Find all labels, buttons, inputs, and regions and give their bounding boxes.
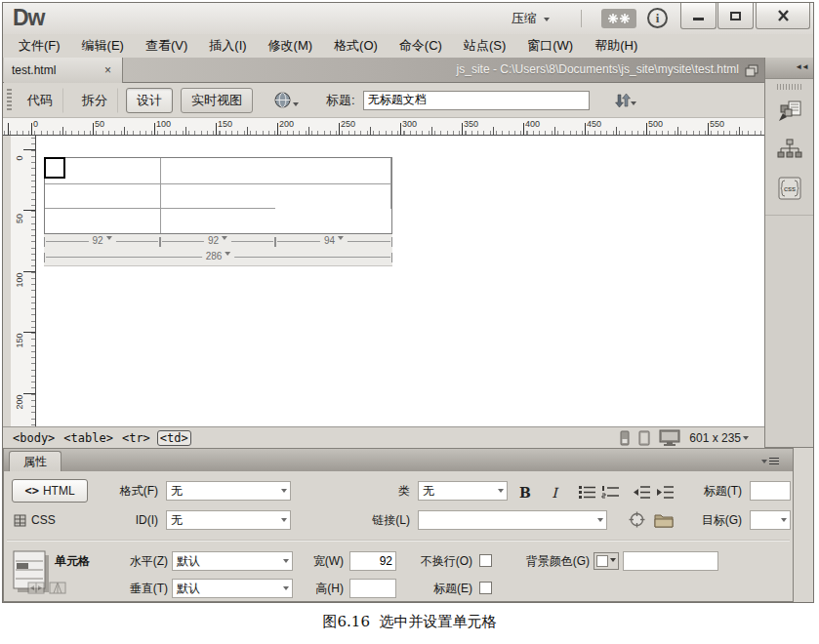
nowrap-checkbox[interactable]: [479, 554, 492, 567]
live-view-button[interactable]: 实时视图: [181, 88, 253, 113]
table-width-menu[interactable]: 286: [44, 250, 392, 265]
dock-grip[interactable]: [777, 84, 802, 90]
cs-live-icon[interactable]: [601, 9, 636, 28]
menu-format[interactable]: 格式(O): [330, 35, 382, 57]
split-view-button[interactable]: 拆分: [71, 88, 118, 113]
tag-td-selected[interactable]: <td>: [157, 430, 191, 446]
preview-globe-button[interactable]: [274, 92, 299, 109]
table-cell[interactable]: [45, 184, 161, 209]
menu-view[interactable]: 查看(V): [142, 35, 191, 57]
vertical-select[interactable]: 默认: [172, 579, 293, 598]
menu-commands[interactable]: 命令(C): [395, 35, 446, 57]
code-view-button[interactable]: 代码: [17, 88, 63, 113]
horizontal-ruler: 0 50 100 150 200 250 300 350 400 450 500…: [3, 118, 764, 136]
menu-site[interactable]: 站点(S): [460, 35, 510, 57]
workspace-switcher[interactable]: 压缩: [512, 10, 550, 27]
toolbar-grip[interactable]: [7, 89, 12, 112]
viewport-size-selector[interactable]: 601 x 235: [689, 431, 749, 445]
phone-size-icon[interactable]: [620, 430, 630, 446]
hruler-tick-label: 250: [341, 119, 355, 129]
ordered-list-icon[interactable]: [601, 484, 621, 501]
panel-menu-button[interactable]: [761, 456, 779, 466]
dock-collapse-button[interactable]: ◄◄: [765, 58, 813, 79]
minimize-button[interactable]: [680, 3, 717, 29]
vruler-tick-label: 150: [15, 329, 24, 352]
outdent-icon[interactable]: [633, 484, 652, 501]
menu-window[interactable]: 窗口(W): [523, 35, 577, 57]
class-label: 类: [348, 481, 410, 501]
table-cell[interactable]: [45, 209, 161, 233]
menu-file[interactable]: 文件(F): [15, 35, 64, 57]
tag-body[interactable]: <body>: [11, 431, 57, 445]
column-width-menu[interactable]: 94: [275, 234, 392, 250]
class-select[interactable]: 无: [418, 481, 508, 501]
bg-color-well[interactable]: [594, 552, 619, 570]
close-button[interactable]: [756, 3, 810, 29]
horizontal-label: 水平(Z): [107, 551, 168, 571]
id-value: 无: [171, 513, 183, 527]
format-select[interactable]: 无: [166, 481, 291, 501]
menu-insert[interactable]: 插入(I): [205, 35, 250, 57]
titlebar-separator: [581, 10, 582, 27]
table-cell-selected[interactable]: [45, 158, 64, 178]
table-width-bar: 92 92 94 286: [44, 234, 392, 266]
document-title-input[interactable]: [363, 91, 590, 110]
files-panel-icon[interactable]: [777, 138, 802, 161]
nowrap-label: 不换行(O): [400, 551, 472, 571]
column-width-menu[interactable]: 92: [44, 234, 160, 250]
globe-dropdown-icon: [293, 102, 299, 109]
css-mode-button[interactable]: CSS: [14, 510, 86, 530]
design-canvas[interactable]: 92 92 94 286: [36, 136, 764, 426]
hruler-tick-label: 450: [587, 119, 601, 129]
cs-live-glyph: [606, 12, 632, 25]
tag-selector-bar: <body> <table> <tr> <td> 601 x 235: [3, 426, 764, 448]
design-view-button[interactable]: 设计: [126, 88, 173, 113]
document-path: js_site - C:\Users\8\Documents\js_site\m…: [457, 62, 739, 76]
restore-document-icon[interactable]: [745, 63, 758, 81]
globe-icon: [274, 92, 293, 109]
tablet-size-icon[interactable]: [638, 430, 650, 446]
css-styles-panel-icon[interactable]: css: [777, 176, 802, 201]
maximize-button[interactable]: [717, 3, 754, 29]
menu-modify[interactable]: 修改(M): [265, 35, 317, 57]
hruler-tick-label: 0: [33, 119, 38, 129]
tab-properties[interactable]: 属性: [9, 451, 61, 471]
file-management-button[interactable]: [615, 93, 636, 108]
html-mode-button[interactable]: <> HTML: [12, 479, 88, 503]
table-cell[interactable]: [161, 158, 275, 184]
info-icon[interactable]: i: [647, 8, 668, 28]
desktop-size-icon[interactable]: [659, 429, 680, 446]
bold-button[interactable]: B: [513, 481, 537, 503]
tab-close-icon[interactable]: ×: [102, 63, 114, 77]
title-attr-input[interactable]: [750, 481, 791, 501]
tab-test-html[interactable]: test.html ×: [4, 58, 123, 83]
bg-color-input[interactable]: [623, 551, 718, 571]
cell-height-input[interactable]: [349, 579, 396, 598]
link-combo[interactable]: [418, 510, 607, 530]
merge-cells-icon[interactable]: [27, 581, 45, 595]
point-to-file-icon[interactable]: [629, 511, 645, 528]
id-select[interactable]: 无: [166, 510, 291, 530]
insert-panel-icon[interactable]: [777, 100, 802, 123]
column-width-menu[interactable]: 92: [160, 234, 275, 250]
tag-table[interactable]: <table>: [61, 431, 115, 445]
indent-icon[interactable]: [656, 484, 676, 501]
italic-button[interactable]: I: [543, 481, 566, 503]
header-checkbox[interactable]: [479, 582, 492, 594]
unordered-list-icon[interactable]: [578, 484, 597, 501]
table-cell[interactable]: [161, 184, 275, 209]
menu-help[interactable]: 帮助(H): [591, 35, 641, 57]
document-tabbar: test.html × js_site - C:\Users\8\Documen…: [3, 58, 813, 83]
table-cell[interactable]: [161, 209, 275, 233]
panel-menu-lines-icon: [769, 458, 779, 465]
horizontal-select[interactable]: 默认: [172, 551, 293, 571]
menu-edit[interactable]: 编辑(E): [78, 35, 128, 57]
tag-tr[interactable]: <tr>: [120, 431, 152, 445]
table-cell[interactable]: [275, 184, 391, 209]
browse-folder-icon[interactable]: [654, 512, 674, 528]
vruler-tick-label: 0: [15, 146, 24, 170]
table-cell[interactable]: [275, 158, 391, 184]
split-cell-icon[interactable]: [49, 581, 66, 595]
target-select[interactable]: [750, 510, 791, 530]
cell-width-input[interactable]: [349, 551, 396, 571]
